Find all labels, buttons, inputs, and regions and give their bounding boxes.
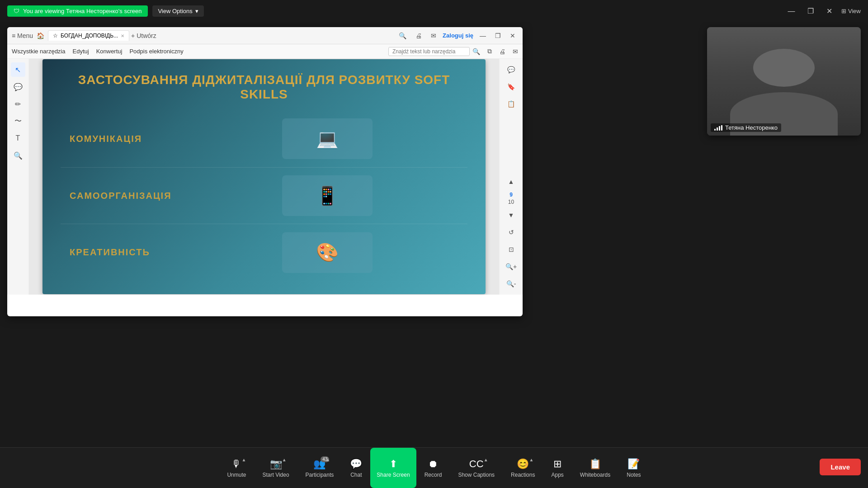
page-numbers: 9 10 <box>508 192 514 205</box>
close-button[interactable]: ✕ <box>823 5 836 17</box>
search-icon[interactable]: 🔍 <box>472 48 480 55</box>
share-screen-group[interactable]: ⬆ Share Screen <box>370 448 416 488</box>
window-restore-icon[interactable]: ❐ <box>492 31 504 40</box>
print-icon[interactable]: 🖨 <box>413 31 425 40</box>
maximize-button[interactable]: ❐ <box>804 5 817 17</box>
rs-copy-icon[interactable]: 📋 <box>504 97 519 111</box>
section-label-1: КОМУНІКАЦІЯ <box>70 134 196 144</box>
person-silhouette <box>707 27 861 136</box>
unmute-group[interactable]: 🎙 ▲ Unmute <box>219 448 254 488</box>
record-group[interactable]: ⏺ Record <box>416 448 450 488</box>
unmute-icon-wrap: 🎙 ▲ <box>231 458 241 470</box>
curve-tool[interactable]: 〜 <box>11 114 25 128</box>
slide-sections: КОМУНІКАЦІЯ 💻 САМООРГАНІЗАЦІЯ 📱 КРЕАТИВН… <box>61 111 467 281</box>
menu-signature[interactable]: Podpis elektroniczny <box>129 48 183 55</box>
apps-icon-wrap: ⊞ <box>553 458 561 470</box>
page-number-9[interactable]: 9 <box>509 192 513 198</box>
slide-section-3: КРЕАТИВНІСТЬ 🎨 <box>61 224 467 281</box>
unmute-label: Unmute <box>227 472 246 478</box>
minimize-button[interactable]: — <box>784 5 798 17</box>
start-video-group[interactable]: 📷 ▲ Start Video <box>254 448 297 488</box>
notes-icon-wrap: 📝 <box>627 458 640 470</box>
rs-fit-icon[interactable]: ⊡ <box>504 242 519 257</box>
search-input[interactable] <box>388 47 470 56</box>
rs-scroll-down[interactable]: ▼ <box>504 208 519 222</box>
apps-group[interactable]: ⊞ Apps <box>543 448 571 488</box>
whiteboards-group[interactable]: 📋 Whiteboards <box>572 448 618 488</box>
slide-title: ЗАСТОСУВАННЯ ДІДЖИТАЛІЗАЦІЇ ДЛЯ РОЗВИТКУ… <box>61 73 467 102</box>
reactions-icon: 😊 <box>517 458 529 470</box>
signal-bars <box>714 125 722 131</box>
captions-icon: CC <box>469 458 484 470</box>
reactions-group[interactable]: 😊 ▲ Reactions <box>503 448 543 488</box>
rs-scroll-up[interactable]: ▲ <box>504 174 519 189</box>
rs-chat-icon[interactable]: 💬 <box>504 62 519 77</box>
email-icon[interactable]: ✉ <box>428 31 439 40</box>
rs-zoom-in-icon[interactable]: 🔍+ <box>504 259 519 274</box>
whiteboards-icon: 📋 <box>589 458 601 470</box>
notes-group[interactable]: 📝 Notes <box>618 448 649 488</box>
whiteboards-label: Whiteboards <box>580 472 610 478</box>
chevron-down-icon: ▾ <box>195 8 198 14</box>
editor-body: ↖ 💬 ✏ 〜 T 🔍 ЗАСТОСУВАННЯ ДІДЖИТАЛІЗАЦІЇ … <box>7 59 523 295</box>
layers-icon[interactable]: ⧉ <box>487 47 492 55</box>
window-close-icon[interactable]: ✕ <box>507 31 518 40</box>
select-tool[interactable]: ↖ <box>11 62 25 77</box>
menu-convert[interactable]: Konwertuj <box>96 48 123 55</box>
captions-icon-wrap: CC ▲ <box>469 458 484 470</box>
notes-icon: 📝 <box>627 458 640 470</box>
login-button[interactable]: Zaloguj się <box>443 32 473 39</box>
home-button[interactable]: 🏠 <box>37 32 44 39</box>
participants-chevron: ▲ <box>326 457 330 462</box>
participants-group[interactable]: 👥 43 ▲ Participants <box>297 448 342 488</box>
video-placeholder <box>707 27 861 136</box>
captions-chevron: ▲ <box>484 457 488 462</box>
menu-button[interactable]: ≡ Menu <box>12 32 33 39</box>
slide-section-2: САМООРГАНІЗАЦІЯ 📱 <box>61 168 467 225</box>
rs-refresh-icon[interactable]: ↺ <box>504 225 519 239</box>
document-tab[interactable]: ☆ БОГДАН_ДОПОВІДЬ... ✕ <box>48 30 129 41</box>
menu-tools[interactable]: Wszystkie narzędzia <box>12 48 65 55</box>
apps-icon: ⊞ <box>553 458 561 470</box>
page-number-10[interactable]: 10 <box>508 199 514 205</box>
slide-section-1: КОМУНІКАЦІЯ 💻 <box>61 111 467 168</box>
view-button[interactable]: ⊞ View <box>841 8 861 14</box>
participant-name: Тетяна Несторенко <box>711 123 781 132</box>
participant-name-text: Тетяна Несторенко <box>725 124 778 131</box>
record-icon: ⏺ <box>428 458 438 470</box>
reactions-icon-wrap: 😊 ▲ <box>517 458 529 470</box>
top-right-controls: — ❐ ✕ ⊞ View <box>784 5 861 17</box>
text-tool[interactable]: T <box>11 131 25 145</box>
bottom-toolbar: 🎙 ▲ Unmute 📷 ▲ Start Video 👥 43 ▲ Partic… <box>0 447 868 488</box>
editor-window: ≡ Menu 🏠 ☆ БОГДАН_ДОПОВІДЬ... ✕ + Utwórz… <box>7 27 523 316</box>
notes-label: Notes <box>627 472 641 478</box>
leave-button[interactable]: Leave <box>820 459 861 475</box>
rs-bookmark-icon[interactable]: 🔖 <box>504 80 519 94</box>
mail-menu-icon[interactable]: ✉ <box>513 48 518 55</box>
share-screen-icon-wrap: ⬆ <box>389 458 397 470</box>
rs-zoom-out-icon[interactable]: 🔍- <box>504 277 519 291</box>
record-label: Record <box>425 472 442 478</box>
chat-group[interactable]: 💬 Chat <box>342 448 370 488</box>
search-bar: 🔍 <box>388 47 480 56</box>
window-minimize-icon[interactable]: — <box>477 31 489 40</box>
captions-label: Show Captions <box>458 472 495 478</box>
view-options-button[interactable]: View Options ▾ <box>152 5 203 17</box>
slide-content: ЗАСТОСУВАННЯ ДІДЖИТАЛІЗАЦІЇ ДЛЯ РОЗВИТКУ… <box>42 59 486 294</box>
pen-tool[interactable]: ✏ <box>11 97 25 111</box>
search-toolbar-icon[interactable]: 🔍 <box>396 31 409 40</box>
tab-close-icon[interactable]: ✕ <box>121 33 124 38</box>
menu-edit[interactable]: Edytuj <box>72 48 89 55</box>
search-tool[interactable]: 🔍 <box>11 148 25 163</box>
chat-icon: 💬 <box>350 458 362 470</box>
print-menu-icon[interactable]: 🖨 <box>499 48 505 55</box>
participant-video: Тетяна Несторенко <box>707 27 861 136</box>
top-bar: 🛡 You are viewing Тетяна Несторенко's sc… <box>0 0 868 22</box>
new-tab-button[interactable]: + Utwórz <box>131 32 156 39</box>
captions-group[interactable]: CC ▲ Show Captions <box>450 448 503 488</box>
right-sidebar: 💬 🔖 📋 ▲ 9 10 ▼ ↺ ⊡ 🔍+ 🔍- <box>499 59 523 295</box>
section-label-3: КРЕАТИВНІСТЬ <box>70 247 196 258</box>
editor-menubar: Wszystkie narzędzia Edytuj Konwertuj Pod… <box>7 44 523 59</box>
chat-icon-wrap: 💬 <box>350 458 362 470</box>
comment-tool[interactable]: 💬 <box>11 80 25 94</box>
